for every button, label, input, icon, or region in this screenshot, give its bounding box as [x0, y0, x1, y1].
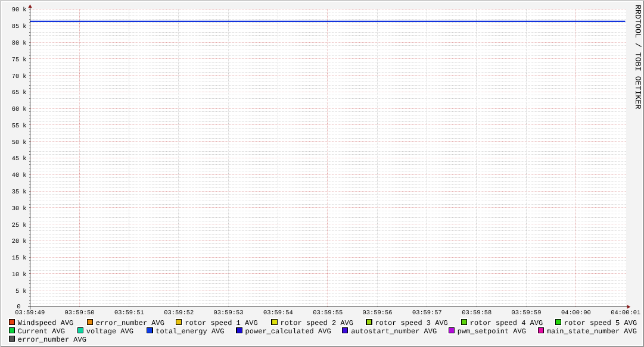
svg-text:RRDTOOL / TOBI OETIKER: RRDTOOL / TOBI OETIKER — [633, 5, 642, 110]
svg-text:75 k: 75 k — [12, 57, 27, 64]
svg-text:03:59:55: 03:59:55 — [313, 310, 343, 317]
svg-text:03:59:57: 03:59:57 — [412, 310, 442, 317]
svg-text:pwm_setpoint AVG: pwm_setpoint AVG — [458, 327, 526, 336]
svg-text:03:59:52: 03:59:52 — [164, 310, 194, 317]
svg-text:45 k: 45 k — [12, 155, 27, 162]
svg-text:20 k: 20 k — [12, 238, 27, 245]
svg-text:Current AVG: Current AVG — [18, 327, 65, 336]
svg-text:rotor speed 2 AVG: rotor speed 2 AVG — [281, 319, 353, 327]
svg-text:65 k: 65 k — [12, 89, 27, 96]
svg-text:error_number AVG: error_number AVG — [96, 319, 164, 327]
svg-text:70 k: 70 k — [12, 73, 27, 80]
svg-text:03:59:50: 03:59:50 — [65, 310, 95, 317]
svg-text:Windspeed AVG: Windspeed AVG — [18, 319, 74, 327]
svg-text:03:59:51: 03:59:51 — [114, 310, 144, 317]
svg-text:03:59:54: 03:59:54 — [263, 310, 293, 317]
svg-text:35 k: 35 k — [12, 189, 27, 196]
svg-text:autostart_number AVG: autostart_number AVG — [351, 327, 437, 336]
svg-text:total_energy AVG: total_energy AVG — [155, 327, 224, 336]
svg-text:90 k: 90 k — [12, 7, 27, 14]
svg-text:03:59:59: 03:59:59 — [512, 310, 542, 317]
svg-text:30 k: 30 k — [12, 205, 27, 212]
svg-text:03:59:53: 03:59:53 — [214, 310, 244, 317]
svg-text:rotor speed 1 AVG: rotor speed 1 AVG — [185, 319, 257, 327]
svg-text:04:00:00: 04:00:00 — [561, 310, 591, 317]
svg-text:55 k: 55 k — [12, 123, 27, 130]
svg-text:rotor speed 5 AVG: rotor speed 5 AVG — [564, 319, 637, 327]
svg-text:60 k: 60 k — [12, 106, 27, 113]
svg-text:power_calculated AVG: power_calculated AVG — [245, 327, 331, 336]
svg-text:error_number AVG: error_number AVG — [18, 336, 86, 344]
svg-text:main_state_number AVG: main_state_number AVG — [547, 327, 637, 336]
svg-text:50 k: 50 k — [12, 139, 27, 146]
svg-text:10 k: 10 k — [12, 271, 27, 279]
svg-text:04:00:01: 04:00:01 — [611, 310, 640, 317]
svg-text:03:59:58: 03:59:58 — [462, 310, 491, 317]
svg-text:voltage AVG: voltage AVG — [86, 327, 133, 336]
svg-text:85 k: 85 k — [12, 23, 27, 30]
svg-text:5 k: 5 k — [15, 288, 27, 295]
svg-text:40 k: 40 k — [12, 172, 27, 179]
svg-text:rotor speed 4 AVG: rotor speed 4 AVG — [470, 319, 543, 327]
svg-text:03:59:49: 03:59:49 — [15, 310, 45, 317]
svg-text:15 k: 15 k — [12, 255, 27, 262]
svg-text:rotor speed 3 AVG: rotor speed 3 AVG — [375, 319, 447, 327]
svg-text:03:59:56: 03:59:56 — [363, 310, 393, 317]
svg-text:25 k: 25 k — [12, 222, 27, 229]
svg-text:80 k: 80 k — [12, 40, 27, 47]
